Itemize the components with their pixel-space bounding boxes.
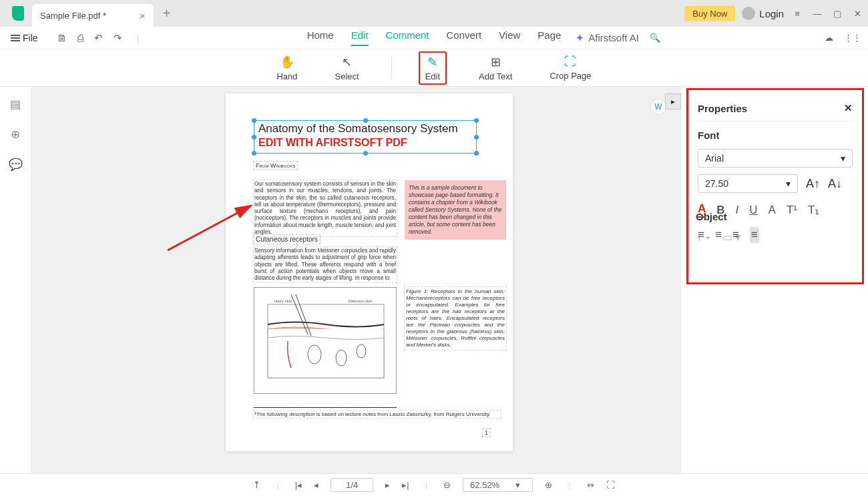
titlebar: Sample File.pdf * × + Buy Now Login ≡ — …: [0, 0, 868, 27]
more-icon[interactable]: ⋮⋮: [844, 33, 861, 43]
svg-text:Hairy skin: Hairy skin: [274, 299, 292, 303]
hand-icon: ✋: [280, 55, 294, 69]
properties-panel: Properties✕ Font Arial▾ 27.50▾ A↑ A↓ A B…: [681, 87, 868, 473]
left-sidebar: ▤ ⊕ 💬: [0, 87, 31, 473]
footnote[interactable]: ¹The following description is based on l…: [254, 411, 501, 418]
zoom-select[interactable]: 62.52%▾: [463, 478, 533, 492]
next-page-icon[interactable]: ▸: [385, 480, 390, 490]
align-center-icon[interactable]: ≡: [715, 228, 722, 242]
menu-home[interactable]: Home: [307, 29, 334, 46]
scroll-top-icon[interactable]: ⤒: [253, 480, 260, 490]
text-icon: ⊞: [491, 55, 501, 69]
hamburger-icon[interactable]: ≡: [791, 7, 804, 20]
panel-toggle-icon[interactable]: ▸: [665, 93, 681, 109]
font-size-select[interactable]: 27.50▾: [698, 174, 798, 193]
buy-now-button[interactable]: Buy Now: [684, 6, 735, 21]
cursor-icon: ↖: [342, 55, 352, 69]
subheading[interactable]: Cutaneous receptors: [254, 235, 320, 244]
save-icon[interactable]: 🗎: [57, 32, 67, 44]
app-logo: [9, 5, 27, 22]
paragraph-2[interactable]: Sensory information from Meissner corpus…: [254, 247, 397, 282]
tool-hand[interactable]: ✋Hand: [271, 53, 302, 83]
file-menu[interactable]: File: [7, 31, 42, 45]
first-page-icon[interactable]: |◂: [295, 480, 302, 490]
redo-icon[interactable]: ↷: [114, 32, 122, 44]
page-input[interactable]: 1/4: [331, 478, 373, 492]
workspace: ▤ ⊕ 💬 W ▸ Anatomy of the Somatosensory S…: [0, 87, 868, 473]
figure-caption[interactable]: Figure 1: Receptors in the human skin: M…: [405, 287, 506, 350]
tab-title: Sample File.pdf *: [40, 11, 106, 21]
doc-title[interactable]: Anatomy of the Somatosensory System: [254, 121, 476, 137]
edit-icon: ✎: [427, 55, 437, 69]
underline-icon[interactable]: U: [749, 204, 757, 217]
fit-width-icon[interactable]: ⇔: [587, 480, 594, 490]
prev-page-icon[interactable]: ◂: [314, 480, 318, 490]
zoom-in-icon[interactable]: ⊕: [545, 480, 552, 490]
doc-edited-text[interactable]: EDIT WITH AFIRSTSOFT PDF: [254, 137, 476, 149]
svg-text:Glabrous skin: Glabrous skin: [348, 299, 373, 303]
ai-button[interactable]: ✦Afirstsoft AI: [576, 32, 639, 44]
cloud-icon[interactable]: ☁: [825, 33, 833, 43]
menu-convert[interactable]: Convert: [447, 29, 482, 46]
close-tab-icon[interactable]: ×: [140, 10, 146, 21]
menu-edit[interactable]: Edit: [351, 29, 369, 46]
panel-title: Properties: [698, 103, 747, 114]
thumbnails-icon[interactable]: ▤: [10, 97, 21, 111]
sparkle-icon: ✦: [576, 32, 584, 44]
menu-page[interactable]: Page: [537, 29, 561, 46]
avatar-icon: [742, 7, 755, 20]
crop-icon: ⛶: [564, 55, 576, 69]
tool-edit[interactable]: ✎Edit: [419, 51, 447, 85]
login-button[interactable]: Login: [742, 7, 784, 20]
superscript-icon[interactable]: T¹: [787, 204, 797, 217]
fit-page-icon[interactable]: ⛶: [606, 480, 615, 490]
align-left-icon[interactable]: ≡: [698, 228, 704, 242]
undo-icon[interactable]: ↶: [94, 32, 103, 44]
text-selection-box[interactable]: Anatomy of the Somatosensory System EDIT…: [254, 120, 477, 154]
bookmark-icon[interactable]: ⊕: [11, 128, 20, 142]
align-right-icon[interactable]: ≡: [732, 228, 739, 242]
word-export-icon[interactable]: W: [650, 99, 666, 115]
chevron-down-icon: ▾: [786, 178, 791, 189]
print-icon[interactable]: ⎙: [77, 32, 83, 44]
close-panel-icon[interactable]: ✕: [844, 102, 853, 114]
pdf-page[interactable]: Anatomy of the Somatosensory System EDIT…: [226, 93, 513, 451]
close-window-icon[interactable]: ✕: [851, 7, 864, 20]
page-number: 1: [483, 429, 490, 437]
zoom-out-icon[interactable]: ⊖: [443, 480, 451, 490]
last-page-icon[interactable]: ▸|: [402, 480, 409, 490]
subscript-icon[interactable]: T₁: [808, 203, 819, 217]
increase-font-icon[interactable]: A↑: [806, 177, 820, 191]
menubar: File 🗎 ⎙ ↶ ↷ | Home Edit Comment Convert…: [0, 27, 868, 49]
sidebar-note[interactable]: This is a sample document to showcase pa…: [405, 180, 506, 240]
tool-select[interactable]: ↖Select: [330, 53, 365, 83]
paragraph-1[interactable]: Our somatosensory system consists of sen…: [254, 180, 397, 236]
new-tab-button[interactable]: +: [163, 6, 171, 21]
document-canvas[interactable]: W ▸ Anatomy of the Somatosensory System …: [31, 87, 681, 473]
comment-pane-icon[interactable]: 💬: [9, 158, 23, 172]
minimize-icon[interactable]: —: [811, 7, 824, 20]
font-section-label: Font: [698, 130, 853, 141]
bold-icon[interactable]: B: [716, 204, 724, 217]
chevron-down-icon: ▾: [841, 153, 845, 164]
wiki-source[interactable]: From Wikibooks: [254, 162, 297, 170]
tool-add-text[interactable]: ⊞Add Text: [473, 53, 517, 83]
decrease-font-icon[interactable]: A↓: [828, 177, 842, 191]
maximize-icon[interactable]: ▢: [831, 7, 844, 20]
menu-view[interactable]: View: [499, 29, 520, 46]
edit-toolbar: ✋Hand ↖Select ✎Edit ⊞Add Text ⛶Crop Page: [0, 49, 868, 87]
statusbar: ⤒ | |◂ ◂ 1/4 ▸ ▸| | ⊖ 62.52%▾ ⊕ | ⇔ ⛶: [0, 473, 868, 496]
font-family-select[interactable]: Arial▾: [698, 149, 853, 168]
font-color-icon[interactable]: A: [698, 202, 706, 218]
search-icon[interactable]: 🔍: [650, 33, 660, 43]
document-tab[interactable]: Sample File.pdf * ×: [32, 4, 154, 27]
italic-icon[interactable]: I: [736, 204, 739, 217]
tool-crop[interactable]: ⛶Crop Page: [544, 53, 596, 83]
menu-comment[interactable]: Comment: [386, 29, 429, 46]
align-justify-icon[interactable]: ≡: [750, 227, 759, 243]
skin-diagram[interactable]: Hairy skin Glabrous skin: [254, 287, 397, 394]
font-icon[interactable]: A: [769, 204, 776, 217]
